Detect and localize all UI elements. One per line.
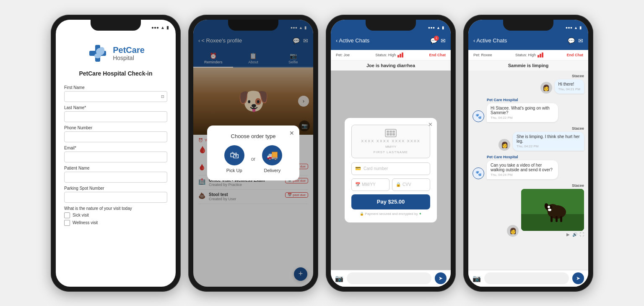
back-label-4: Active Chats: [476, 37, 507, 44]
wellness-visit-label: Wellness visit: [73, 220, 98, 225]
play-icon[interactable]: ▶: [566, 232, 570, 237]
chat-header-3: ‹ Active Chats 💬 1 ✉: [331, 31, 451, 50]
chat-icon-3[interactable]: 💬 1: [430, 37, 437, 44]
phone-input[interactable]: [64, 131, 167, 142]
payment-modal: ✕ XXXX XXXX XXXX X: [345, 118, 437, 222]
sick-visit-row[interactable]: Sick visit: [64, 212, 167, 218]
phone-label: Phone Number: [64, 126, 167, 130]
send-button-3[interactable]: ➤: [435, 272, 447, 284]
sick-visit-checkbox[interactable]: [64, 212, 70, 218]
chat-status-3: Status: High: [375, 52, 403, 58]
svg-point-4: [99, 47, 104, 52]
phone-2: ●●● ▲ ▮ ‹ < Roxee's profile 💬 ✉: [188, 15, 318, 292]
back-button-3[interactable]: ‹ Active Chats: [336, 37, 369, 44]
firstname-label: First Name: [64, 85, 167, 90]
card-date-display: MM/YY: [385, 145, 396, 149]
checkin-title: PetCare Hospital Check-in: [64, 70, 167, 77]
chat-status-bar-3: Pet: Joe Status: High End Chat: [331, 50, 451, 60]
battery-icon: ▮: [166, 25, 169, 30]
card-input-icon: 💳: [355, 166, 361, 171]
send-icon-3: ➤: [439, 275, 443, 281]
back-chevron-3: ‹: [336, 37, 338, 44]
order-modal: ✕ Choose order type 🛍 Pick Up or 🚚 Deliv…: [207, 126, 299, 180]
sick-visit-label: Sick visit: [73, 213, 89, 217]
sender-3: Pet Care Hospital: [487, 155, 558, 159]
message-image: [521, 189, 584, 231]
phone-3: ●●● ▲ ▮ ‹ Active Chats 💬 1: [326, 15, 456, 292]
parking-label: Parking Spot Number: [64, 186, 167, 191]
message-3: 🐾 Pet Care Hospital Can you take a video…: [473, 155, 584, 179]
parking-input[interactable]: [64, 192, 167, 203]
message-0: Stacee Hi there! Thu, 04:21 PM 👩: [473, 74, 584, 94]
phone-1: ●●● ▲ ▮: [51, 15, 181, 292]
modal-title: Choose order type: [216, 133, 291, 139]
pay-button[interactable]: Pay $25.00: [351, 194, 430, 209]
lock-icon-small: 🔒: [360, 212, 364, 216]
brand-name: PetCare: [113, 45, 145, 55]
delivery-label: Delivery: [264, 168, 280, 173]
volume-icon[interactable]: 🔊: [572, 232, 577, 237]
phone-4: ●●● ▲ ▮ ‹ Active Chats 💬 ✉: [463, 15, 593, 292]
message-4: Stacee: [473, 183, 584, 237]
bubble-1: Hi Stacee. What's going on with Sammie? …: [487, 103, 558, 122]
svg-point-15: [548, 209, 551, 211]
mail-icon-3[interactable]: ✉: [441, 37, 446, 44]
svg-point-5: [94, 53, 101, 58]
battery-icon-4: ▮: [579, 26, 582, 30]
modal-options: 🛍 Pick Up or 🚚 Delivery: [216, 145, 291, 173]
payment-close-button[interactable]: ✕: [428, 121, 433, 128]
card-name-display: FIRST LASTNAME: [374, 150, 408, 154]
sender-0: Stacee: [572, 74, 584, 78]
wellness-visit-checkbox[interactable]: [64, 220, 70, 226]
back-label-3: Active Chats: [339, 37, 369, 44]
mail-icon-4[interactable]: ✉: [578, 37, 583, 44]
logo: PetCare Hospital: [64, 42, 167, 64]
bubble-0: Hi there! Thu, 04:21 PM: [555, 79, 584, 94]
wellness-visit-row[interactable]: Wellness visit: [64, 220, 167, 226]
checkin-screen: PetCare Hospital PetCare Hospital Check-…: [56, 31, 176, 287]
status-bars-3: [397, 52, 403, 58]
fullscreen-icon[interactable]: ⛶: [580, 232, 584, 237]
calendar-small-icon: 📅: [355, 182, 360, 187]
bubble-2: She is limping. I think she hurt her leg…: [513, 132, 584, 151]
lastname-label: Last Name*: [64, 105, 167, 110]
email-label: Email*: [64, 146, 167, 150]
pickup-label: Pick Up: [226, 168, 242, 173]
pickup-option[interactable]: 🛍 Pick Up: [224, 145, 244, 173]
wifi-icon-3: ▲: [436, 26, 440, 30]
camera-button-3[interactable]: 📷: [335, 275, 343, 282]
end-chat-button-4[interactable]: End Chat: [567, 53, 584, 57]
avatar-stacee-0: 👩: [540, 82, 552, 94]
battery-icon-3: ▮: [442, 26, 444, 30]
notch-3: [366, 20, 416, 31]
mmyy-input[interactable]: 📅 MM/YY: [351, 178, 390, 191]
sender-2: Stacee: [572, 126, 584, 131]
chat-icon-4[interactable]: 💬: [568, 37, 575, 44]
back-button-4[interactable]: ‹ Active Chats: [473, 37, 507, 44]
chat-subject-3: Joe is having diarrhea: [331, 60, 451, 71]
stripe-icon: ✦: [419, 212, 422, 216]
delivery-option[interactable]: 🚚 Delivery: [262, 145, 282, 173]
payment-screen: ‹ Active Chats 💬 1 ✉ Pet: Joe: [331, 31, 451, 287]
logo-icon: [87, 42, 109, 64]
chat-header-4: ‹ Active Chats 💬 ✉: [468, 31, 588, 50]
chat-input-4[interactable]: [484, 272, 569, 284]
chat-status-4: Status: High: [515, 52, 543, 58]
chat-input-3[interactable]: [347, 272, 431, 284]
card-number-display: XXXX XXXX XXXX XXXX: [361, 139, 421, 143]
chat-bottom-bar-4: 📷 ➤: [468, 270, 588, 287]
modal-close-button[interactable]: ✕: [289, 130, 294, 136]
order-modal-overlay[interactable]: ✕ Choose order type 🛍 Pick Up or 🚚 Deliv…: [193, 20, 313, 287]
patient-input[interactable]: [64, 172, 167, 183]
send-button-4[interactable]: ➤: [572, 272, 584, 284]
camera-button-4[interactable]: 📷: [473, 275, 481, 282]
bubble-3: Can you take a video of her walking outs…: [487, 160, 558, 179]
cvv-input[interactable]: 🔒 CVV: [392, 178, 430, 191]
svg-rect-11: [551, 216, 553, 222]
lastname-input[interactable]: [64, 111, 167, 122]
card-number-input[interactable]: 💳 Card number: [351, 162, 430, 175]
firstname-input[interactable]: ⊡: [64, 91, 167, 102]
email-input[interactable]: [64, 152, 167, 162]
signal-icon-3: ●●●: [428, 26, 435, 30]
end-chat-button-3[interactable]: End Chat: [429, 53, 446, 57]
